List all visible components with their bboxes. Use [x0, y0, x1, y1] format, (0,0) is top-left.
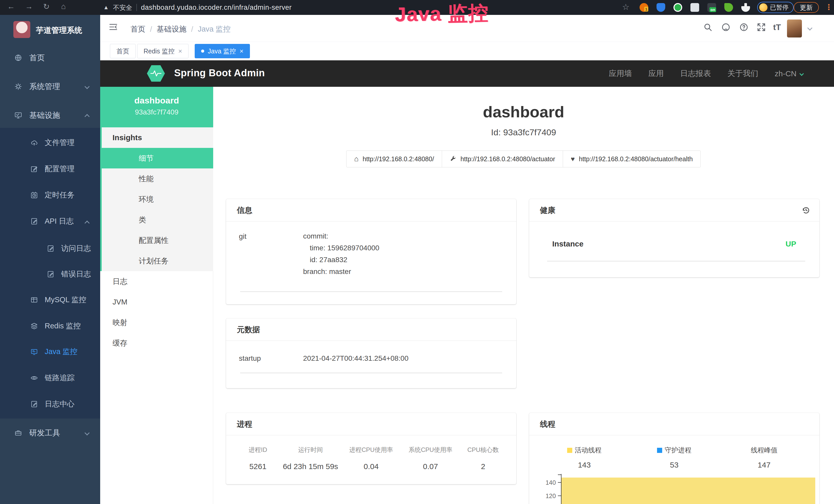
chevron-down-icon	[85, 430, 90, 435]
fullscreen-icon[interactable]	[757, 23, 766, 32]
tab-home[interactable]: 首页	[110, 44, 136, 58]
close-icon[interactable]: ×	[178, 47, 182, 55]
sba-nav-wallboard[interactable]: 应用墙	[609, 68, 632, 79]
sba-locale-select[interactable]: zh-CN	[775, 69, 803, 78]
sba-header: Spring Boot Admin 应用墙 应用 日志报表 关于我们 zh-CN	[100, 60, 834, 87]
sba-side-environment[interactable]: 环境	[100, 189, 213, 209]
tab-java-monitor[interactable]: Java 监控 ×	[195, 44, 250, 58]
edit-icon	[30, 165, 38, 173]
help-icon[interactable]	[739, 23, 748, 32]
tab-redis-monitor[interactable]: Redis 监控 ×	[137, 44, 189, 58]
eye-icon	[30, 374, 38, 382]
info-key: git	[239, 232, 247, 240]
sidebar-item-error-log[interactable]: 错误日志	[0, 262, 100, 287]
browser-home-icon[interactable]: ⌂	[61, 2, 66, 11]
metadata-card-title: 元数据	[226, 318, 516, 341]
instance-id: 93a3fc7f7409	[100, 106, 213, 116]
bookmark-star-icon[interactable]: ☆	[622, 2, 630, 12]
sidebar-item-system[interactable]: 系统管理	[0, 74, 100, 99]
log-edit-icon	[30, 400, 38, 408]
info-card-title: 信息	[226, 199, 516, 222]
collapse-sidebar-icon[interactable]	[109, 23, 118, 31]
sidebar-item-config-management[interactable]: 配置管理	[0, 157, 100, 181]
update-button[interactable]: 更新	[794, 2, 819, 13]
history-icon[interactable]	[802, 206, 811, 215]
sba-side-jvm[interactable]: JVM	[100, 292, 213, 312]
sidebar-item-api-log[interactable]: API 日志	[0, 209, 100, 234]
sidebar-item-access-log[interactable]: 访问日志	[0, 236, 100, 261]
process-values: 5261 6d 23h 15m 59s 0.04 0.07 2	[236, 462, 506, 471]
search-icon[interactable]	[703, 23, 712, 32]
sba-nav-about[interactable]: 关于我们	[727, 68, 758, 79]
instance-header: dashboard 93a3fc7f7409	[100, 87, 213, 127]
table-grid-icon	[30, 296, 38, 304]
sidebar-item-java-monitor[interactable]: Java 监控	[0, 339, 100, 364]
legend-daemon-threads: 守护进程	[629, 446, 719, 455]
sidebar-item-infra[interactable]: 基础设施	[0, 103, 100, 128]
timer-icon	[30, 191, 38, 199]
sba-side-caches[interactable]: 缓存	[100, 333, 213, 353]
extension-icon[interactable]	[674, 3, 682, 12]
sidebar-item-tracing[interactable]: 链路追踪	[0, 366, 100, 390]
browser-back-icon[interactable]: ←	[7, 2, 15, 11]
spring-boot-logo	[147, 65, 165, 82]
log-edit-icon	[47, 270, 54, 278]
browser-forward-icon[interactable]: →	[25, 2, 33, 11]
sba-side-logs[interactable]: 日志	[100, 271, 213, 292]
chevron-down-icon[interactable]	[807, 25, 812, 30]
sidebar-item-dev-tools[interactable]: 研发工具	[0, 420, 100, 445]
home-icon: ⌂	[354, 155, 358, 163]
heart-icon: ♥	[571, 155, 575, 163]
breadcrumb: 首页 / 基础设施 / Java 监控	[130, 24, 231, 35]
sidebar-item-log-center[interactable]: 日志中心	[0, 392, 100, 416]
sidebar-item-redis-monitor[interactable]: Redis 监控	[0, 314, 100, 338]
breadcrumb-infra[interactable]: 基础设施	[157, 24, 186, 35]
metadata-value: 2021-04-27T00:44:31.254+08:00	[303, 354, 409, 363]
health-url-button[interactable]: ♥ http://192.168.0.2:48080/actuator/heal…	[563, 151, 701, 167]
sba-nav: 应用墙 应用 日志报表 关于我们 zh-CN	[609, 60, 803, 87]
process-card-title: 进程	[226, 413, 516, 435]
globe-icon	[14, 54, 22, 62]
sidebar-item-scheduled-jobs[interactable]: 定时任务	[0, 183, 100, 207]
profile-chip[interactable]: 已暂停	[757, 2, 794, 13]
sba-side-config-props[interactable]: 配置属性	[100, 230, 213, 251]
monitor-icon	[14, 111, 22, 119]
sidebar-item-home[interactable]: 首页	[0, 45, 100, 70]
gear-icon	[14, 83, 22, 90]
health-card-title: 健康	[529, 199, 819, 222]
sba-side-classes[interactable]: 类	[100, 209, 213, 230]
sidebar-item-mysql-monitor[interactable]: MySQL 监控	[0, 288, 100, 312]
sba-side-details[interactable]: 细节	[100, 148, 213, 168]
sidebar-item-file-management[interactable]: 文件管理	[0, 131, 100, 155]
legend-yellow-swatch	[567, 448, 572, 453]
sba-side-mappings[interactable]: 映射	[100, 312, 213, 333]
divider	[547, 261, 805, 261]
user-avatar[interactable]	[787, 20, 802, 38]
font-size-icon[interactable]: tT	[773, 23, 781, 32]
address-bar[interactable]: ▲ 不安全 dashboard.yudao.iocoder.cn/infra/a…	[103, 2, 292, 13]
extension-icon[interactable]	[690, 3, 699, 12]
extension-icon[interactable]	[657, 3, 665, 12]
close-icon[interactable]: ×	[240, 47, 243, 55]
sba-side-scheduled-tasks[interactable]: 计划任务	[100, 251, 213, 271]
browser-menu-icon[interactable]: ⋮	[825, 3, 833, 12]
extension-icon[interactable]	[724, 3, 733, 12]
extension-on-badge: on	[709, 7, 716, 12]
insights-group: Insights 细节 性能 环境 类 配置属性 计划任务	[100, 127, 213, 271]
github-icon[interactable]	[721, 23, 730, 32]
browser-reload-icon[interactable]: ↻	[43, 2, 49, 11]
extension-puzzle-icon[interactable]	[741, 3, 750, 12]
app-title: 芋道管理系统	[36, 25, 82, 36]
sba-nav-applications[interactable]: 应用	[648, 68, 664, 79]
breadcrumb-current: Java 监控	[198, 24, 231, 35]
legend-blue-swatch	[657, 448, 662, 453]
instance-name: dashboard	[100, 87, 213, 106]
health-status-badge: UP	[786, 239, 796, 248]
sba-nav-journal[interactable]: 日志报表	[680, 68, 711, 79]
sba-main: dashboard Id: 93a3fc7f7409 ⌂ http://192.…	[213, 87, 834, 504]
service-url-button[interactable]: ⌂ http://192.168.0.2:48080/	[346, 151, 442, 167]
actuator-url-button[interactable]: http://192.168.0.2:48080/actuator	[442, 151, 563, 167]
breadcrumb-home[interactable]: 首页	[130, 24, 146, 35]
sba-side-metrics[interactable]: 性能	[100, 168, 213, 189]
log-edit-icon	[47, 245, 54, 252]
